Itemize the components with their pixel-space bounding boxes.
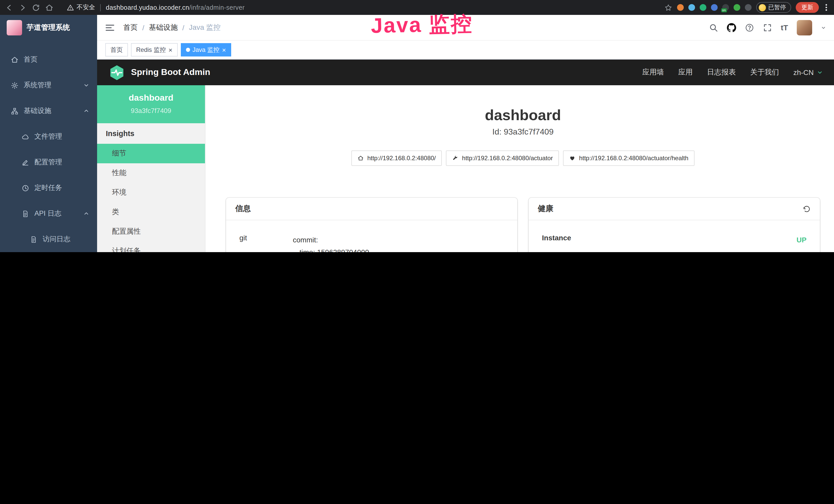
breadcrumb-home[interactable]: 首页 — [123, 23, 138, 32]
tab-java-monitor[interactable]: Java 监控 × — [180, 43, 231, 56]
row-key: git — [239, 234, 293, 252]
clock-icon — [22, 184, 29, 192]
edit-icon — [22, 158, 29, 166]
sidebar-item-label: 配置管理 — [35, 158, 62, 167]
sba-content: dashboard Id: 93a3fc7f7409 http://192.16… — [205, 85, 834, 252]
extension-icon-2[interactable] — [688, 4, 695, 11]
github-icon[interactable] — [727, 23, 736, 32]
link-label: http://192.168.0.2:48080/actuator — [462, 155, 553, 162]
security-label: 不安全 — [76, 3, 95, 12]
fullscreen-icon[interactable] — [763, 23, 772, 32]
extension-icon-3[interactable] — [699, 4, 706, 11]
sidebar-item-system-management[interactable]: 系统管理 — [0, 72, 97, 98]
extension-icon-4[interactable] — [711, 4, 717, 11]
sidebar-item-scheduled-tasks[interactable]: 定时任务 — [0, 175, 97, 201]
sba-nav-links: 应用墙 应用 日志报表 关于我们 zh-CN — [642, 68, 823, 77]
sidebar-item-file-management[interactable]: 文件管理 — [0, 124, 97, 150]
document-icon — [30, 235, 38, 243]
chrome-toolbar: on 已暂停 更新 — [664, 2, 829, 13]
close-icon[interactable]: × — [169, 46, 172, 53]
user-avatar[interactable] — [797, 20, 812, 35]
update-button[interactable]: 更新 — [796, 2, 819, 13]
bookmark-star-icon[interactable] — [664, 3, 672, 12]
tab-label: Java 监控 — [192, 45, 219, 54]
sba-brand[interactable]: Spring Boot Admin — [131, 67, 211, 77]
locale-label: zh-CN — [793, 68, 814, 76]
url-path: /infra/admin-server — [189, 4, 245, 11]
sba-item-config-props[interactable]: 配置属性 — [97, 222, 205, 241]
search-icon[interactable] — [709, 23, 718, 32]
insights-section: Insights 细节 性能 环境 类 配置属性 计划任务 — [97, 123, 205, 252]
sidebar-item-config-management[interactable]: 配置管理 — [0, 150, 97, 175]
avatar-caret-icon[interactable] — [821, 25, 826, 30]
breadcrumb-separator: / — [142, 23, 144, 31]
home-icon — [11, 56, 19, 63]
tab-redis-monitor[interactable]: Redis 监控 × — [131, 43, 177, 56]
sba-item-scheduled-tasks[interactable]: 计划任务 — [97, 241, 205, 252]
app-logo-row[interactable]: 芋道管理系统 — [0, 15, 97, 41]
cards-grid: 信息 git commit: time: 1596289704000 id: 2… — [226, 198, 820, 252]
chevron-up-icon — [82, 107, 90, 115]
app-title: 芋道管理系统 — [27, 23, 70, 32]
extension-icon-1[interactable] — [677, 4, 683, 11]
back-icon[interactable] — [5, 3, 13, 12]
text-size-icon[interactable]: tT — [781, 23, 788, 32]
main-column: 首页 / 基础设施 / Java 监控 tT — [97, 15, 834, 252]
sba-item-classes[interactable]: 类 — [97, 202, 205, 222]
sidebar-item-label: 系统管理 — [24, 81, 51, 90]
site-security-chip[interactable]: 不安全 — [67, 3, 95, 12]
help-icon[interactable] — [745, 23, 754, 32]
sidebar-item-infrastructure[interactable]: 基础设施 — [0, 98, 97, 124]
extension-icon-5[interactable]: on — [722, 4, 729, 11]
extension-icon-7[interactable] — [745, 4, 751, 11]
sba-nav-applications[interactable]: 应用 — [678, 68, 693, 77]
sba-item-metrics[interactable]: 性能 — [97, 163, 205, 183]
history-icon[interactable] — [803, 205, 811, 213]
profile-paused-badge[interactable]: 已暂停 — [756, 2, 791, 13]
sba-nav-wallboard[interactable]: 应用墙 — [642, 68, 664, 77]
instance-url-link[interactable]: http://192.168.0.2:48080/ — [351, 151, 442, 166]
sba-item-environment[interactable]: 环境 — [97, 183, 205, 202]
actuator-url-link[interactable]: http://192.168.0.2:48080/actuator — [446, 151, 559, 166]
heart-icon — [569, 155, 575, 161]
forward-icon[interactable] — [19, 3, 27, 12]
instance-header[interactable]: dashboard 93a3fc7f7409 — [97, 85, 205, 123]
instance-name: dashboard — [102, 93, 200, 103]
update-label: 更新 — [802, 4, 813, 11]
divider — [100, 4, 101, 11]
wrench-icon — [452, 155, 459, 161]
home-icon[interactable] — [45, 3, 53, 12]
health-url-link[interactable]: http://192.168.0.2:48080/actuator/health — [563, 151, 695, 166]
tags-bar: 首页 Redis 监控 × Java 监控 × — [97, 41, 834, 60]
sidebar-item-label: 基础设施 — [24, 106, 51, 116]
sidebar-item-api-logs[interactable]: API 日志 — [0, 201, 97, 226]
sidebar-item-access-logs[interactable]: 访问日志 — [0, 226, 97, 252]
extension-icon-6[interactable] — [733, 4, 740, 11]
health-card-header: 健康 — [529, 198, 820, 220]
sba-nav-about[interactable]: 关于我们 — [750, 68, 779, 77]
cloud-icon — [22, 133, 29, 140]
infrastructure-icon — [11, 107, 19, 115]
breadcrumb-infrastructure[interactable]: 基础设施 — [149, 23, 178, 32]
locale-selector[interactable]: zh-CN — [793, 68, 823, 76]
spring-boot-admin-logo-icon[interactable] — [108, 64, 125, 81]
reload-icon[interactable] — [32, 3, 40, 12]
url-bar[interactable]: dashboard.yudao.iocoder.cn/infra/admin-s… — [106, 4, 245, 11]
sba-navbar: Spring Boot Admin 应用墙 应用 日志报表 关于我们 zh-CN — [97, 60, 834, 85]
info-row-git: git commit: time: 1596289704000 id: 27aa… — [237, 229, 506, 252]
close-icon[interactable]: × — [222, 46, 226, 53]
sba-nav-journal[interactable]: 日志报表 — [707, 68, 736, 77]
chrome-menu-icon[interactable] — [824, 3, 829, 12]
info-card-header: 信息 — [226, 198, 517, 220]
app-sidebar: 芋道管理系统 首页 系统管理 基础设施 — [0, 15, 97, 252]
breadcrumb: 首页 / 基础设施 / Java 监控 — [123, 23, 221, 32]
row-value: commit: time: 1596289704000 id: 27aa832 … — [293, 234, 504, 252]
sba-item-details[interactable]: 细节 — [97, 144, 205, 163]
breadcrumb-current: Java 监控 — [189, 23, 221, 32]
hamburger-icon[interactable] — [105, 22, 115, 32]
warning-icon — [67, 4, 74, 11]
tab-label: Redis 监控 — [136, 45, 166, 54]
sidebar-item-home[interactable]: 首页 — [0, 47, 97, 72]
tab-home[interactable]: 首页 — [105, 43, 128, 56]
row-key: Instance — [542, 234, 595, 246]
